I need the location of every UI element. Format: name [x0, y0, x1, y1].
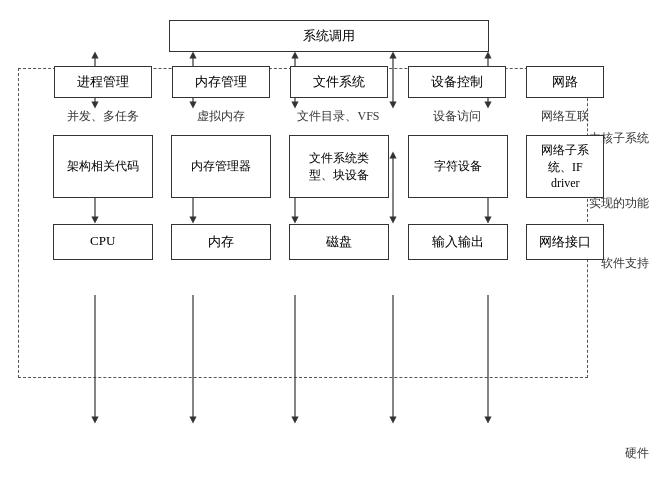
kernel-fs: 文件系统 [290, 66, 388, 98]
syscall-box: 系统调用 [169, 20, 489, 52]
hw-disk: 磁盘 [289, 224, 389, 260]
kernel-device: 设备控制 [408, 66, 506, 98]
sw-net: 网络子系统、IF driver [526, 135, 604, 198]
hw-mem: 内存 [171, 224, 271, 260]
hw-cpu: CPU [53, 224, 153, 260]
func-device: 设备访问 [408, 108, 506, 125]
func-memory: 虚拟内存 [172, 108, 270, 125]
sw-mem: 内存管理器 [171, 135, 271, 198]
hw-io: 输入输出 [408, 224, 508, 260]
sw-fs: 文件系统类型、块设备 [289, 135, 389, 198]
kernel-memory: 内存管理 [172, 66, 270, 98]
kernel-process: 进程管理 [54, 66, 152, 98]
hw-net: 网络接口 [526, 224, 604, 260]
sw-arch: 架构相关代码 [53, 135, 153, 198]
sw-char: 字符设备 [408, 135, 508, 198]
syscall-label: 系统调用 [303, 28, 355, 43]
func-network: 网络互联 [526, 108, 604, 125]
func-fs: 文件目录、VFS [290, 108, 388, 125]
kernel-network: 网路 [526, 66, 604, 98]
func-process: 并发、多任务 [54, 108, 152, 125]
hardware-side-label: 硬件 [625, 445, 649, 462]
